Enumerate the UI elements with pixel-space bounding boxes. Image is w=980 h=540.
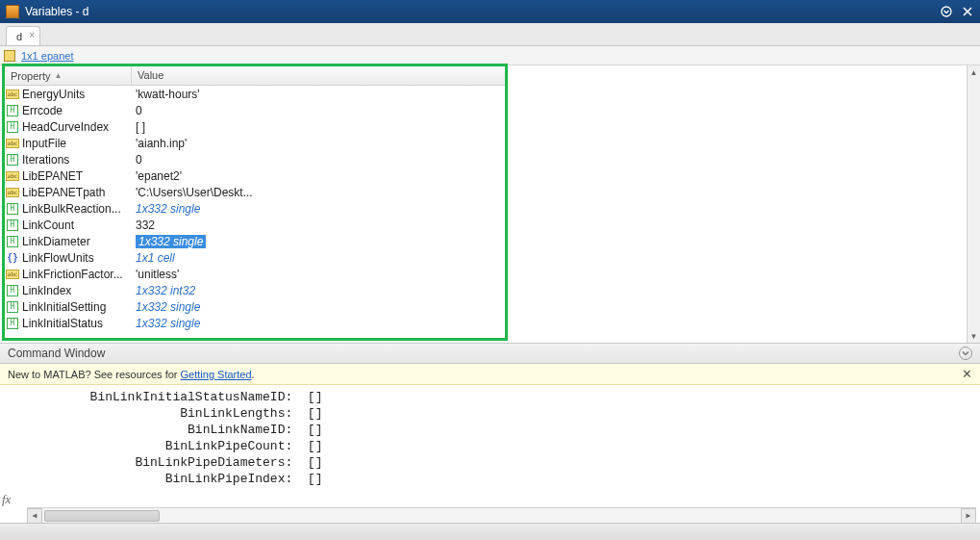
tab-strip: d × [0, 23, 980, 46]
table-row[interactable]: HLinkIndex1x332 int32 [5, 282, 505, 298]
breadcrumb: 1x1 epanet [0, 46, 980, 65]
tab-label: d [16, 31, 22, 42]
console-line: BinLinkNameID: [] [0, 422, 980, 438]
property-rows: abcEnergyUnits'kwatt-hours'HErrcode0HHea… [5, 86, 505, 338]
property-name: LibEPANETpath [20, 186, 132, 199]
table-row[interactable]: abcLinkFrictionFactor...'unitless' [5, 266, 505, 282]
breadcrumb-text[interactable]: 1x1 epanet [21, 50, 73, 62]
type-icon: H [5, 203, 20, 215]
scroll-down-icon[interactable]: ▼ [967, 329, 980, 343]
property-name: HeadCurveIndex [20, 120, 132, 134]
scroll-track[interactable] [42, 508, 961, 524]
property-value[interactable]: 1x332 int32 [132, 284, 505, 297]
property-name: LinkBulkReaction... [20, 202, 132, 216]
tab-variable-d[interactable]: d × [6, 26, 40, 45]
table-row[interactable]: HIterations0 [5, 151, 505, 167]
type-icon: abc [5, 270, 20, 279]
col-value-header[interactable]: Value [132, 66, 505, 85]
table-row[interactable]: HLinkCount332 [5, 217, 505, 233]
type-icon: H [5, 154, 20, 166]
scroll-up-icon[interactable]: ▲ [967, 65, 980, 79]
table-row[interactable]: HLinkInitialSetting1x332 single [5, 298, 505, 315]
property-value[interactable]: 1x332 single [132, 202, 505, 216]
console-line: BinLinkPipeIndex: [] [0, 471, 980, 487]
status-bar [0, 523, 980, 540]
console-line: BinLinkPipeDiameters: [] [0, 454, 980, 471]
property-name: LinkCount [20, 219, 132, 232]
getting-started-banner: New to MATLAB? See resources for Getting… [0, 364, 980, 385]
svg-point-0 [942, 7, 951, 16]
type-icon: abc [5, 188, 20, 197]
scroll-left-icon[interactable]: ◀ [27, 508, 42, 524]
command-window-title: Command Window [8, 347, 105, 360]
property-value[interactable]: 'aianh.inp' [132, 137, 505, 150]
table-row[interactable]: abcLibEPANET'epanet2' [5, 167, 505, 184]
property-value[interactable]: 1x332 single [132, 317, 505, 330]
table-row[interactable]: HHeadCurveIndex[ ] [5, 118, 505, 135]
variables-highlight-frame: Property ▲ Value abcEnergyUnits'kwatt-ho… [2, 64, 508, 341]
type-icon: abc [5, 90, 20, 99]
property-value[interactable]: 0 [132, 104, 505, 117]
property-value[interactable]: 'C:\Users\User\Deskt... [132, 186, 505, 199]
property-value[interactable]: 1x332 single [132, 235, 505, 248]
fx-prompt-icon[interactable]: fx [2, 492, 11, 507]
type-icon: H [5, 318, 20, 329]
type-icon: H [5, 219, 20, 231]
type-icon: H [5, 285, 20, 296]
command-window-output[interactable]: BinLinkInitialStatusNameID: [] BinLinkLe… [0, 385, 980, 523]
window-title: Variables - d [25, 5, 88, 18]
table-row[interactable]: {}LinkFlowUnits1x1 cell [5, 249, 505, 266]
minimize-panel-icon[interactable] [940, 5, 953, 18]
command-window-menu-icon[interactable] [959, 347, 972, 360]
property-value[interactable]: 0 [132, 153, 505, 167]
scroll-right-icon[interactable]: ▶ [961, 508, 976, 524]
property-value[interactable]: 'kwatt-hours' [132, 88, 505, 101]
scroll-thumb[interactable] [44, 510, 160, 522]
close-tab-icon[interactable]: × [29, 30, 35, 40]
property-name: LibEPANET [20, 169, 132, 183]
banner-text: New to MATLAB? See resources for Getting… [8, 369, 255, 380]
property-name: LinkIndex [20, 284, 132, 297]
table-row[interactable]: HErrcode0 [5, 102, 505, 118]
struct-icon [4, 50, 15, 62]
sort-asc-icon: ▲ [55, 71, 63, 80]
property-name: Errcode [20, 104, 132, 117]
vertical-scrollbar[interactable]: ▲ ▼ [967, 65, 980, 343]
variables-app-icon [6, 5, 19, 18]
getting-started-link[interactable]: Getting Started [181, 369, 252, 380]
property-name: LinkFlowUnits [20, 251, 132, 265]
type-icon: H [5, 236, 20, 247]
close-panel-icon[interactable] [961, 5, 974, 18]
table-row[interactable]: abcEnergyUnits'kwatt-hours' [5, 86, 505, 102]
type-icon: H [5, 301, 20, 313]
property-name: LinkInitialSetting [20, 300, 132, 314]
property-name: InputFile [20, 137, 132, 150]
column-header-row: Property ▲ Value [5, 66, 505, 86]
close-banner-icon[interactable]: ✕ [962, 367, 972, 381]
table-row[interactable]: abcInputFile'aianh.inp' [5, 135, 505, 151]
variables-panel: Property ▲ Value abcEnergyUnits'kwatt-ho… [0, 65, 980, 343]
property-value[interactable]: 'unitless' [132, 268, 505, 281]
property-value[interactable]: 'epanet2' [132, 169, 505, 183]
type-icon: abc [5, 171, 20, 181]
property-value[interactable]: 1x1 cell [132, 251, 505, 265]
table-row[interactable]: abcLibEPANETpath'C:\Users\User\Deskt... [5, 184, 505, 200]
horizontal-scrollbar[interactable]: ◀ ▶ [27, 507, 976, 523]
property-value[interactable]: [ ] [132, 120, 505, 134]
property-value[interactable]: 1x332 single [132, 300, 505, 314]
property-name: LinkInitialStatus [20, 317, 132, 330]
console-line: BinLinkPipeCount: [] [0, 438, 980, 454]
console-line: BinLinkLengths: [] [0, 405, 980, 422]
property-value[interactable]: 332 [132, 219, 505, 232]
command-window-header: Command Window [0, 343, 980, 364]
type-icon: abc [5, 139, 20, 148]
type-icon: H [5, 121, 20, 133]
table-row[interactable]: HLinkBulkReaction...1x332 single [5, 200, 505, 217]
property-name: EnergyUnits [20, 88, 132, 101]
type-icon: {} [5, 252, 20, 264]
table-row[interactable]: HLinkInitialStatus1x332 single [5, 315, 505, 331]
titlebar: Variables - d [0, 0, 980, 23]
type-icon: H [5, 105, 20, 116]
table-row[interactable]: HLinkDiameter1x332 single [5, 233, 505, 249]
col-property-header[interactable]: Property ▲ [5, 66, 132, 85]
